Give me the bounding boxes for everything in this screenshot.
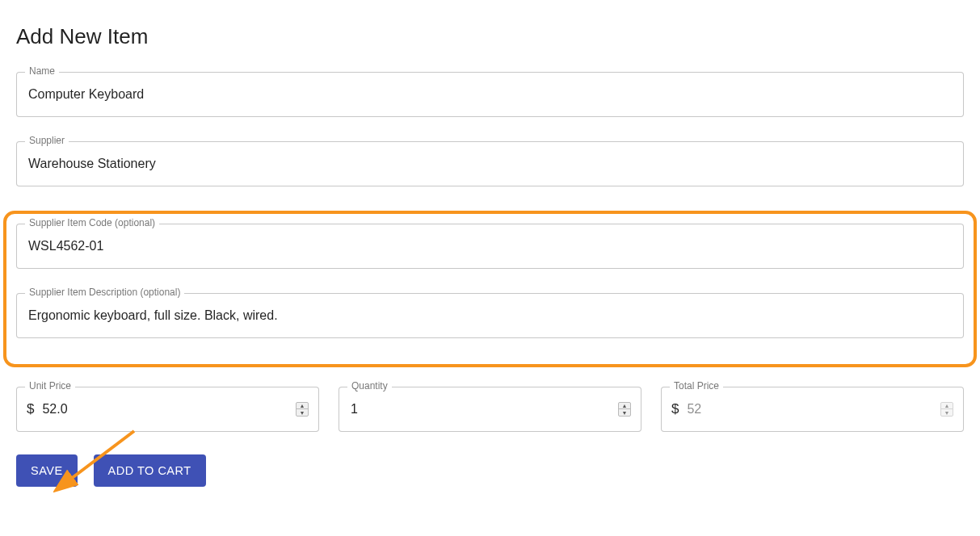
name-input[interactable]: [27, 74, 953, 115]
quantity-input[interactable]: [349, 389, 613, 429]
quantity-stepper[interactable]: ▲ ▼: [618, 402, 631, 417]
supplier-item-desc-label: Supplier Item Description (optional): [25, 287, 184, 298]
supplier-label: Supplier: [25, 135, 69, 146]
supplier-item-code-field: Supplier Item Code (optional): [16, 224, 964, 269]
highlight-annotation: Supplier Item Code (optional) Supplier I…: [3, 211, 977, 367]
supplier-item-code-label: Supplier Item Code (optional): [25, 217, 159, 228]
unit-price-stepper[interactable]: ▲ ▼: [296, 402, 309, 417]
stepper-up-icon[interactable]: ▲: [619, 403, 630, 409]
stepper-down-icon: ▼: [941, 409, 953, 416]
add-to-cart-button[interactable]: ADD TO CART: [94, 454, 206, 487]
total-price-field: Total Price $ ▲ ▼: [661, 387, 964, 432]
save-button[interactable]: SAVE: [16, 454, 78, 487]
stepper-down-icon[interactable]: ▼: [297, 409, 308, 416]
supplier-item-desc-field: Supplier Item Description (optional): [16, 293, 964, 338]
supplier-item-code-input[interactable]: [27, 226, 953, 266]
quantity-field: Quantity ▲ ▼: [339, 387, 641, 432]
unit-price-input[interactable]: [40, 389, 291, 429]
page-title: Add New Item: [16, 24, 964, 49]
currency-prefix: $: [27, 401, 34, 417]
total-price-label: Total Price: [670, 380, 723, 392]
supplier-input[interactable]: [27, 144, 953, 184]
stepper-up-icon: ▲: [941, 403, 953, 409]
stepper-down-icon[interactable]: ▼: [619, 409, 630, 416]
supplier-item-desc-input[interactable]: [27, 295, 953, 336]
total-price-stepper: ▲ ▼: [940, 402, 953, 417]
supplier-field: Supplier: [16, 141, 964, 186]
name-label: Name: [25, 65, 59, 77]
unit-price-label: Unit Price: [25, 380, 75, 392]
currency-prefix: $: [671, 401, 679, 417]
total-price-input: [685, 389, 936, 429]
quantity-label: Quantity: [347, 380, 392, 392]
stepper-up-icon[interactable]: ▲: [297, 403, 308, 409]
name-field: Name: [16, 72, 964, 117]
unit-price-field: Unit Price $ ▲ ▼: [16, 387, 319, 432]
